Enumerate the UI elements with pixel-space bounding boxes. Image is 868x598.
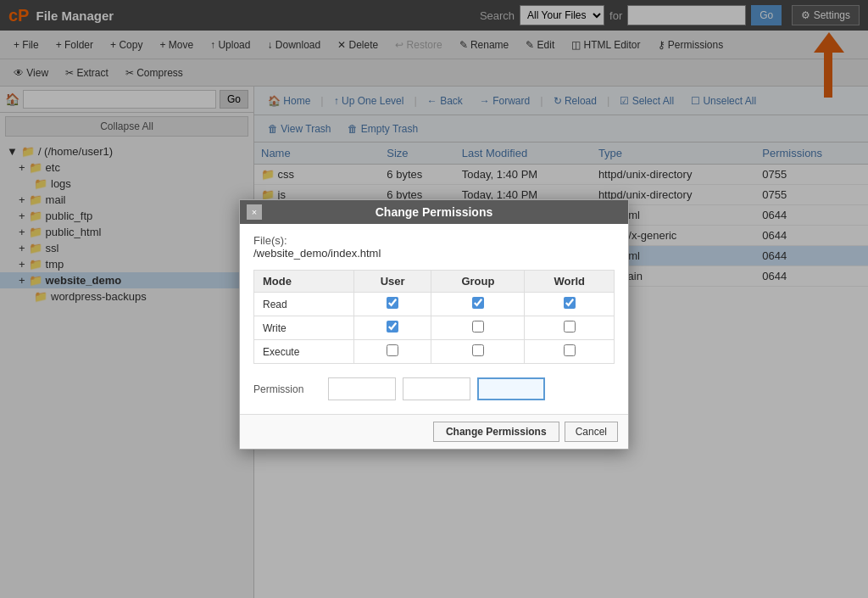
files-label: File(s): bbox=[253, 234, 287, 247]
modal-files-info: File(s): /website_demo/index.html bbox=[253, 234, 615, 260]
perm-col-group: Group bbox=[431, 271, 525, 293]
modal-overlay: × Change Permissions File(s): /website_d… bbox=[0, 0, 868, 598]
perm-write-user[interactable] bbox=[353, 316, 431, 340]
perm-read-world[interactable] bbox=[525, 293, 615, 316]
perm-execute-label: Execute bbox=[254, 340, 354, 364]
read-user-checkbox[interactable] bbox=[387, 297, 398, 309]
modal-footer: Change Permissions Cancel bbox=[240, 414, 628, 449]
read-world-checkbox[interactable] bbox=[564, 297, 576, 309]
write-group-checkbox[interactable] bbox=[472, 321, 484, 333]
perm-col-mode: Mode bbox=[254, 271, 354, 293]
perm-write-world[interactable] bbox=[525, 316, 615, 340]
perm-col-world: World bbox=[525, 271, 615, 293]
files-path: /website_demo/index.html bbox=[253, 247, 381, 260]
perm-execute-user[interactable] bbox=[353, 340, 431, 364]
perm-row-read: Read bbox=[254, 293, 615, 316]
perm-execute-group[interactable] bbox=[431, 340, 525, 364]
cancel-button[interactable]: Cancel bbox=[565, 422, 618, 442]
permission-input-row: Permission 6 4 4 bbox=[253, 374, 615, 404]
perm-row-write: Write bbox=[254, 316, 615, 340]
change-permissions-modal: × Change Permissions File(s): /website_d… bbox=[239, 199, 629, 450]
modal-body: File(s): /website_demo/index.html Mode U… bbox=[240, 224, 628, 414]
perm-row-execute: Execute bbox=[254, 340, 615, 364]
modal-close-button[interactable]: × bbox=[247, 204, 262, 220]
modal-titlebar: × Change Permissions bbox=[240, 200, 628, 224]
execute-world-checkbox[interactable] bbox=[564, 344, 576, 356]
read-group-checkbox[interactable] bbox=[472, 297, 484, 309]
execute-group-checkbox[interactable] bbox=[472, 344, 484, 356]
perm-group-input[interactable]: 4 bbox=[403, 377, 470, 400]
change-permissions-button[interactable]: Change Permissions bbox=[433, 422, 559, 442]
modal-title: Change Permissions bbox=[376, 205, 493, 219]
permissions-table: Mode User Group World Read Write bbox=[253, 270, 615, 364]
perm-read-group[interactable] bbox=[431, 293, 525, 316]
perm-read-user[interactable] bbox=[353, 293, 431, 316]
perm-col-user: User bbox=[353, 271, 431, 293]
perm-write-group[interactable] bbox=[431, 316, 525, 340]
write-user-checkbox[interactable] bbox=[387, 321, 398, 333]
perm-execute-world[interactable] bbox=[525, 340, 615, 364]
perm-write-label: Write bbox=[254, 316, 354, 340]
perm-user-input[interactable]: 6 bbox=[328, 377, 396, 400]
execute-user-checkbox[interactable] bbox=[387, 344, 398, 356]
perm-read-label: Read bbox=[254, 293, 354, 316]
permission-input-group: 6 4 4 bbox=[328, 377, 615, 400]
permission-input-label: Permission bbox=[253, 383, 321, 395]
perm-world-input[interactable]: 4 bbox=[477, 377, 545, 400]
write-world-checkbox[interactable] bbox=[564, 321, 576, 333]
